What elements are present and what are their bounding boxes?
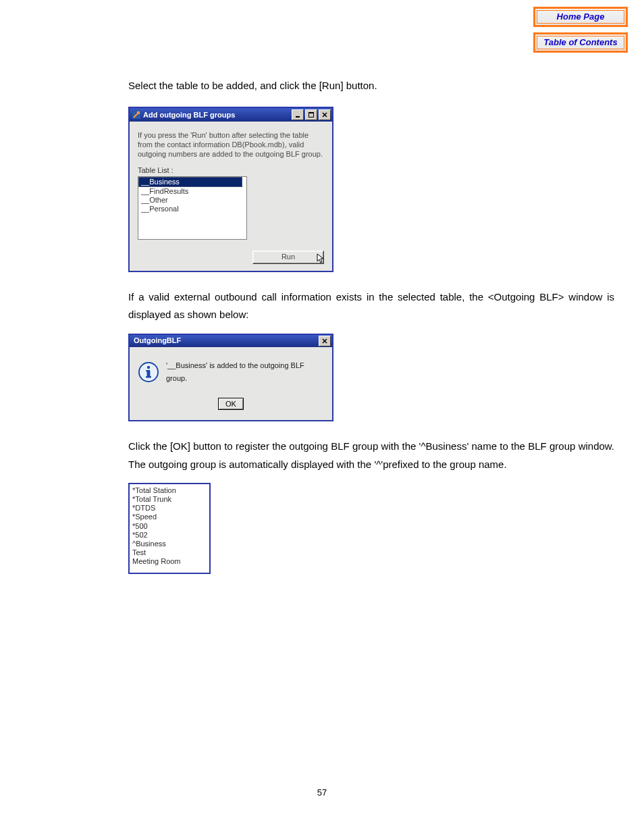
list-item: *Speed — [132, 513, 207, 521]
list-item: *502 — [132, 531, 207, 540]
cursor-icon — [317, 253, 325, 267]
run-button[interactable]: Run — [252, 251, 324, 264]
dialog-button-row: Run — [138, 251, 324, 264]
messagebox-button-row: OK — [138, 394, 324, 412]
list-item[interactable]: __Other — [138, 196, 246, 205]
dialog-titlebar: Add outgoing BLF groups — [130, 108, 332, 122]
page-number: 57 — [0, 787, 644, 798]
svg-rect-8 — [146, 376, 151, 378]
list-item: ^Business — [132, 540, 207, 548]
paragraph-1: Select the table to be added, and click … — [128, 77, 614, 95]
list-item: Test — [132, 548, 207, 557]
list-item: Meeting Room — [132, 557, 207, 566]
table-list-label: Table List : — [138, 166, 324, 176]
close-button[interactable] — [319, 109, 331, 120]
dialog-title: Add outgoing BLF groups — [143, 109, 290, 122]
messagebox-body: '__Business' is added to the outgoing BL… — [130, 347, 332, 421]
dialog-instruction-text: If you press the 'Run' button after sele… — [138, 131, 324, 159]
paragraph-3: Click the [OK] button to register the ou… — [128, 438, 614, 473]
app-icon — [132, 111, 140, 119]
svg-rect-3 — [308, 112, 314, 113]
messagebox-title: OutgoingBLF — [134, 334, 317, 347]
messagebox-titlebar: OutgoingBLF — [130, 335, 332, 347]
ok-button[interactable]: OK — [218, 398, 244, 410]
list-item: *DTDS — [132, 504, 207, 513]
list-item[interactable]: __Business — [138, 177, 242, 187]
maximize-button[interactable] — [305, 109, 317, 120]
minimize-button[interactable] — [292, 109, 304, 120]
home-page-button[interactable]: Home Page — [533, 7, 628, 27]
nav-buttons: Home Page Table of Contents — [533, 7, 628, 53]
paragraph-2: If a valid external outbound call inform… — [128, 288, 614, 324]
add-outgoing-blf-dialog: Add outgoing BLF groups If you press the… — [128, 107, 333, 272]
svg-rect-1 — [296, 116, 300, 118]
list-item: *Total Trunk — [132, 495, 207, 504]
table-list[interactable]: __Business __FindResults __Other __Perso… — [138, 176, 247, 240]
blf-group-list: *Total Station *Total Trunk *DTDS *Speed… — [128, 483, 211, 575]
close-button[interactable] — [319, 336, 331, 346]
info-icon — [138, 361, 159, 383]
run-button-label: Run — [281, 253, 295, 261]
messagebox-text: '__Business' is added to the outgoing BL… — [166, 359, 324, 386]
svg-point-6 — [147, 366, 150, 369]
document-page: Home Page Table of Contents Select the t… — [0, 0, 644, 834]
main-content: Select the table to be added, and click … — [128, 77, 614, 574]
list-item: *500 — [132, 522, 207, 531]
list-item[interactable]: __FindResults — [138, 187, 246, 196]
outgoing-blf-messagebox: OutgoingBLF — [128, 334, 333, 422]
list-item: *Total Station — [132, 486, 207, 495]
list-item[interactable]: __Personal — [138, 205, 246, 213]
dialog-body: If you press the 'Run' button after sele… — [130, 122, 332, 271]
messagebox-row: '__Business' is added to the outgoing BL… — [138, 359, 324, 386]
svg-rect-9 — [146, 370, 149, 371]
table-of-contents-button[interactable]: Table of Contents — [533, 32, 628, 53]
